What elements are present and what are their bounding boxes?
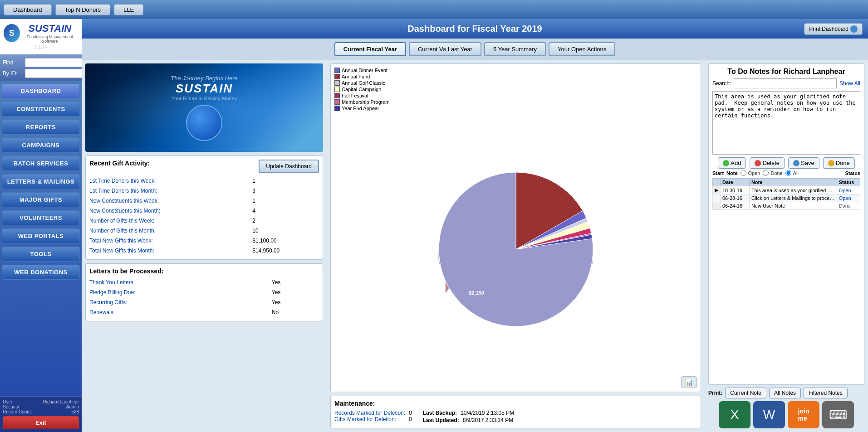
sidebar-item-volunteers[interactable]: VOLUNTEERS [2,210,80,225]
print-all-notes-button[interactable]: All Notes [769,388,801,398]
tab-current-vs-last[interactable]: Current Vs Last Year [409,42,481,56]
filter-all-group: All [785,170,799,176]
nav-dashboard-btn[interactable]: Dashboard [4,4,52,15]
exit-button[interactable]: Exit [3,416,79,429]
deletion-records-label[interactable]: Records Marked for Deletion: [334,410,405,416]
done-dot [828,160,834,166]
letter-label[interactable]: Pledge Billing Due: [89,287,267,297]
sidebar-item-letters[interactable]: LETTERS & MAILINGS [2,174,80,189]
pie-chart: $28,598$2,700$750$1,100$1,100$100$1,100$… [421,154,611,335]
print-current-note-button[interactable]: Current Note [725,388,766,398]
notes-title: To Do Notes for Richard Lanphear [712,68,860,76]
sidebar-item-constituents[interactable]: CONSTITUENTS [2,102,80,116]
sidebar-item-campaigns[interactable]: CAMPAIGNS [2,138,80,153]
legend-item: Annual Golf Classic [334,80,390,86]
maintenance-row-2: Gifts Marked for Deletion: 0 [334,416,412,422]
notes-textarea[interactable]: This area is used as your glorified note… [712,91,860,155]
tab-5-year[interactable]: 5 Year Summary [484,42,546,56]
chart-expand-button[interactable]: 📊 [681,376,697,388]
chart-container: $28,598$2,700$750$1,100$1,100$100$1,100$… [334,113,697,376]
sidebar-item-reports[interactable]: REPORTS [2,120,80,135]
right-panel: To Do Notes for Richard Lanphear Search:… [705,60,868,432]
letter-label[interactable]: Renewals: [89,307,267,317]
sidebar-item-batch[interactable]: BATCH SERVICES [2,156,80,171]
logo-area: S SUSTAIN Fundraising Management Softwar… [0,19,82,55]
by-id-label: By ID: [3,70,23,77]
notes-table-row[interactable]: 06-28-16 Click on Letters & Mailings to … [713,194,860,202]
notes-table-row[interactable]: ▶ 10-30-19 This area is used as your glo… [713,186,860,194]
app-icons-row: X W joinme ⌨ [708,401,864,428]
gift-row-label[interactable]: Number of Gifts this Week: [89,216,248,226]
dashboard-title: Dashboard for Fiscal Year 2019 [407,24,542,34]
legend-color [334,87,340,92]
add-dot [723,160,729,166]
find-row: Find [3,58,79,67]
version-label: 3.1.14 [4,44,78,51]
by-id-input[interactable] [25,69,90,78]
legend-color [334,99,340,105]
filter-open-radio[interactable] [740,170,746,176]
content-area: Dashboard for Fiscal Year 2019 Print Das… [82,19,868,432]
legend-item: Annual Dinner Event [334,68,390,73]
main-layout: S SUSTAIN Fundraising Management Softwar… [0,19,868,432]
gift-row-label[interactable]: Number of Gifts this Month: [89,226,248,236]
tab-current-fiscal[interactable]: Current Fiscal Year [334,42,406,56]
legend-label: Fall Festival [342,93,368,98]
backup-value: 10/4/2019 2:13:05 PM [461,410,514,416]
legend-item: Annual Fund [334,74,390,79]
sidebar-item-web-donations[interactable]: WEB DONATIONS [2,265,80,280]
show-all-link[interactable]: Show All [839,80,860,87]
notes-table-row[interactable]: 06-24-16 New User Note Done [713,202,860,210]
note-date: 06-24-16 [721,202,750,210]
notes-add-button[interactable]: Add [718,157,746,169]
letter-label[interactable]: Recurring Gifts: [89,297,267,307]
gift-activity-row: Number of Gifts this Month:10 [89,226,319,236]
deletion-gifts-value: 0 [409,416,412,422]
updated-value: 8/9/2017 2:33:34 PM [463,417,513,423]
gift-row-value: 2 [248,216,319,226]
sidebar-item-tools[interactable]: TOOLS [2,247,80,262]
notes-action-row: Add Delete Save Done [712,157,860,169]
sidebar-footer: User: Richard Lanphear Security: Admin R… [0,396,82,432]
print-filtered-notes-button[interactable]: Filtered Notes [804,388,848,398]
filter-done-radio[interactable] [763,170,769,176]
calculator-icon[interactable]: ⌨ [822,401,854,428]
filter-start-label: Start [712,170,724,176]
deletion-gifts-label[interactable]: Gifts Marked for Deletion: [334,416,396,422]
notes-done-button[interactable]: Done [823,157,855,169]
notes-search-row: Search: Show All [712,78,860,88]
nav-topn-btn[interactable]: Top N Donors [55,4,110,15]
left-panel: The Journey Begins Here SUSTAIN Your Fut… [82,60,327,432]
gift-row-label[interactable]: New Constituents this Month: [89,206,248,216]
gift-row-label[interactable]: 1st Time Donors this Week: [89,176,248,186]
excel-icon[interactable]: X [719,401,750,428]
gift-row-label[interactable]: 1st Time Donors this Month: [89,186,248,196]
filter-all-radio[interactable] [785,170,791,176]
gift-activity-row: Total New Gifts this Week:$1,100.00 [89,236,319,246]
by-id-row: By ID: [3,69,79,78]
dashboard-header: Dashboard for Fiscal Year 2019 Print Das… [82,19,868,39]
tab-open-actions[interactable]: Your Open Actions [549,42,615,56]
joinme-icon[interactable]: joinme [788,401,819,428]
nav-lle-btn[interactable]: LLE [114,4,143,15]
legend-item: Year End Appeal [334,106,390,111]
letter-row: Recurring Gifts:Yes [89,297,319,307]
letter-label[interactable]: Thank You Letters: [89,277,267,287]
gift-row-label[interactable]: Total New Gifts this Week: [89,236,248,246]
print-dashboard-button[interactable]: Print Dashboard [804,23,863,35]
row-arrow: ▶ [713,186,721,194]
sidebar-item-web-portals[interactable]: WEB PORTALS [2,228,80,243]
gift-activity-title: Recent Gift Activity: [89,160,150,167]
letters-panel: Letters to be Processed: Thank You Lette… [85,263,323,321]
find-input[interactable] [25,58,90,67]
notes-delete-button[interactable]: Delete [750,157,785,169]
sidebar-item-dashboard[interactable]: DASHBOARD [2,83,80,98]
gift-row-label[interactable]: Total New Gifts this Month: [89,246,248,256]
sidebar-item-major-gifts[interactable]: MAJOR GIFTS [2,192,80,207]
save-dot [793,160,799,166]
notes-save-button[interactable]: Save [788,157,819,169]
gift-row-label[interactable]: New Constituents this Week: [89,196,248,206]
notes-search-input[interactable] [734,78,837,88]
update-dashboard-button[interactable]: Update Dashboard [259,160,319,173]
word-icon[interactable]: W [753,401,785,428]
